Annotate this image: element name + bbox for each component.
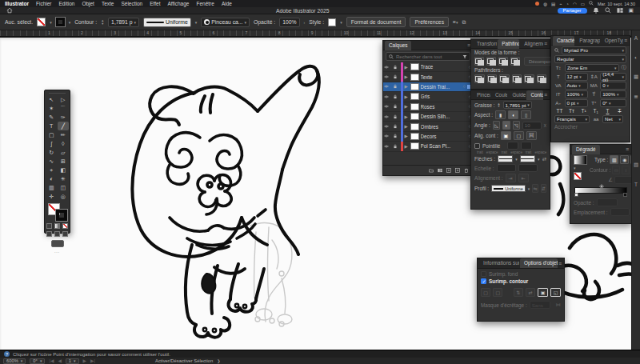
brush-definition-dropdown[interactable]: Pinceau ca...▾	[201, 18, 250, 27]
search-icon[interactable]	[589, 1, 594, 6]
tools-palette[interactable]: ↖▷✶⌒✎✑T╱▢✏ʃ◊↻▱∿⊞⌖◧◐✳▥◫✛◎ …	[44, 90, 70, 234]
notifications-bell-icon[interactable]	[593, 7, 599, 14]
menu-item[interactable]: Edition	[59, 1, 75, 6]
layer-row[interactable]: ▶ Ombres ○	[383, 122, 473, 131]
layer-name[interactable]: Trace	[421, 64, 467, 70]
palette-grip[interactable]	[49, 91, 66, 94]
layer-thumbnail[interactable]	[410, 74, 419, 81]
tool-button[interactable]: ▷	[58, 95, 70, 104]
radial-gradient-button[interactable]: ◉	[620, 155, 629, 164]
layer-name[interactable]: Texte	[421, 74, 467, 80]
expand-arrow-icon[interactable]: ▶	[405, 124, 409, 129]
tool-button[interactable]: ↻	[46, 148, 58, 157]
menubar-clock[interactable]: Mar. 10 sept. 14:30	[598, 2, 635, 6]
tab-align[interactable]: Alignement	[520, 39, 543, 49]
menu-item[interactable]: Texte	[102, 1, 114, 6]
gradient-opacity-field[interactable]	[597, 198, 618, 206]
align-stroke-outside-button[interactable]: 回	[526, 131, 537, 140]
expand-arrow-icon[interactable]: ▶	[405, 84, 409, 89]
shape-mode-exclude[interactable]	[510, 57, 520, 66]
layer-name[interactable]: Pol Scan Pl...	[421, 143, 467, 149]
app-menu[interactable]: Illustrator	[5, 1, 29, 6]
home-icon[interactable]	[6, 7, 13, 14]
clipping-mask-icon[interactable]	[438, 168, 442, 173]
document-setup-button[interactable]: Format de document	[346, 17, 406, 27]
join-miter-button[interactable]: ◺	[493, 121, 500, 130]
character-dock-icon[interactable]: A	[634, 35, 638, 41]
pathfinder-minus-back[interactable]	[537, 74, 547, 83]
weight-field[interactable]: 1,7891 pt▾	[503, 101, 532, 109]
tool-button[interactable]: ✛	[46, 192, 58, 201]
wifi-icon[interactable]: ◠	[573, 2, 577, 6]
layer-name[interactable]: Roses	[421, 104, 467, 110]
stroke-gradient-along[interactable]: ≀	[622, 166, 630, 174]
edit-toolbar-ellipsis[interactable]: …	[46, 248, 69, 254]
cap-projecting-button[interactable]: ▯	[521, 110, 531, 119]
gradient-location-field[interactable]	[610, 208, 630, 216]
shape-mode-intersect[interactable]	[498, 57, 508, 66]
align-menu-icon[interactable]: ≡▾	[453, 19, 458, 25]
chevron-down-icon[interactable]: ▾	[515, 157, 518, 162]
visibility-eye-icon[interactable]	[384, 114, 391, 119]
color-mode-button[interactable]	[46, 223, 52, 229]
stroke-weight-field[interactable]: 1,7891 p▾	[108, 18, 139, 27]
layer-row[interactable]: ▶ Roses ○	[383, 102, 473, 112]
stroke-swatch[interactable]	[56, 18, 65, 26]
appearance-dock-icon[interactable]: ≣	[634, 94, 638, 100]
lock-icon[interactable]	[393, 144, 399, 149]
expand-arrow-icon[interactable]: ▶	[405, 144, 409, 149]
menu-item[interactable]: Aide	[222, 1, 232, 6]
arrow-align-tip[interactable]: ⇥	[506, 174, 516, 182]
tool-button[interactable]: ✳	[58, 174, 70, 183]
expand-arrow-icon[interactable]: ▶	[405, 104, 409, 109]
menu-item[interactable]: Objet	[82, 1, 94, 6]
gradient-preview-swatch[interactable]	[574, 155, 587, 165]
tab-pathfinder[interactable]: Pathfinder	[498, 39, 519, 49]
panel-menu-icon[interactable]: ≡	[626, 146, 631, 152]
pathfinder-merge[interactable]	[499, 74, 510, 83]
layer-thumbnail[interactable]	[410, 123, 419, 130]
baseline-shift-field[interactable]: 0 pt▾	[565, 99, 588, 107]
tool-button[interactable]: T	[46, 122, 58, 130]
arrowhead-start-dropdown[interactable]	[498, 155, 513, 162]
tab-gradient[interactable]: Dégradé	[572, 145, 600, 154]
chevron-down-icon[interactable]: ▾	[340, 20, 342, 25]
last-artboard-icon[interactable]: ▶|	[90, 358, 95, 363]
tab-transform[interactable]: Transformer	[473, 39, 497, 49]
prev-artboard-icon[interactable]: ◀	[58, 358, 61, 363]
flip-across-icon[interactable]: ⇵	[541, 184, 546, 193]
gradient-stop-end[interactable]	[623, 193, 627, 197]
draw-behind-button[interactable]	[54, 231, 60, 237]
lock-icon[interactable]	[393, 74, 399, 79]
creative-cloud-icon[interactable]	[535, 2, 539, 6]
vertical-scale-field[interactable]: 100%▾	[565, 90, 588, 98]
lock-icon[interactable]	[393, 124, 399, 129]
overprint-fill-checkbox[interactable]	[481, 271, 486, 277]
arrow-align-cross[interactable]: ⇤	[518, 174, 529, 182]
shape-mode-unite[interactable]	[474, 57, 484, 66]
char-rotation-field[interactable]: 0°▾	[600, 99, 626, 107]
lock-icon[interactable]	[393, 114, 399, 119]
pathfinder-trim[interactable]	[487, 74, 498, 83]
chevron-down-icon[interactable]: ▾	[528, 186, 530, 191]
visibility-eye-icon[interactable]	[384, 65, 391, 70]
layer-row[interactable]: ▶ Dessin Silh... ○	[383, 112, 473, 122]
lock-icon[interactable]	[393, 65, 399, 70]
tool-button[interactable]: ✎	[46, 113, 58, 122]
draw-normal-button[interactable]	[46, 231, 52, 237]
width-profile-dropdown[interactable]: Uniforme	[491, 185, 526, 192]
filter-funnel-icon[interactable]	[462, 54, 467, 59]
chevron-down-icon[interactable]: ▾	[69, 20, 71, 25]
search-icon[interactable]	[605, 7, 611, 14]
dash-preset-2[interactable]	[521, 142, 532, 150]
chevron-down-icon[interactable]: ▾	[538, 157, 540, 162]
stroke-weight-stepper[interactable]: ▲▼	[101, 19, 104, 25]
new-sublayer-icon[interactable]	[446, 168, 451, 173]
stroke-gradient-within[interactable]: ▭	[612, 166, 620, 174]
layer-name[interactable]: Ombres	[421, 124, 467, 130]
dash-preset-1[interactable]	[507, 142, 518, 150]
chevron-down-icon[interactable]: ▾	[574, 166, 576, 170]
next-artboard-icon[interactable]: ▶	[83, 358, 86, 363]
color-dock-icon[interactable]: ◐	[634, 54, 638, 60]
layer-thumbnail[interactable]	[410, 133, 419, 140]
